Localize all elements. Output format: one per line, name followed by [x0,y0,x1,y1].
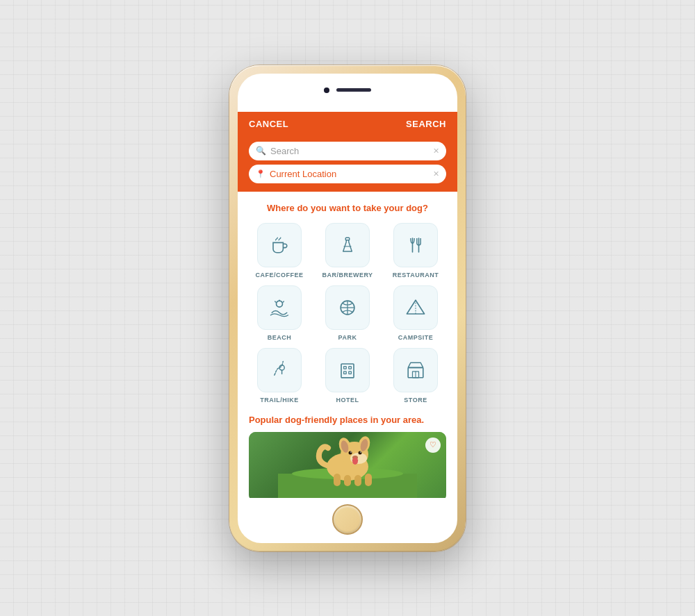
cafe-icon-box [257,223,302,267]
svg-point-32 [349,451,352,454]
home-button[interactable] [332,504,363,535]
phone-device: CANCEL SEARCH 🔍 Search ✕ 📍 Current Locat… [229,65,466,551]
cancel-button[interactable]: CANCEL [249,119,288,129]
cafe-icon [267,233,292,258]
hotel-label: HOTEL [336,397,359,403]
park-icon-box [325,285,370,330]
campsite-icon [403,295,428,320]
bar-icon-box [325,223,370,267]
svg-rect-13 [341,364,354,378]
svg-rect-0 [345,238,349,240]
svg-point-37 [352,458,358,465]
search-input-text: Search [270,146,429,156]
trail-label: TRAIL/HIKE [260,397,299,403]
restaurant-icon [403,233,428,258]
category-beach[interactable]: BEACH [249,285,310,341]
campsite-icon-box [393,285,438,330]
svg-rect-16 [344,371,347,374]
favorite-heart-button[interactable]: ♡ [425,438,441,453]
phone-top-hardware [324,88,371,93]
hotel-icon-box [325,348,370,392]
restaurant-icon-box [393,223,438,267]
category-restaurant[interactable]: RESTAURANT [385,223,446,278]
location-input-text: Current Location [270,169,429,179]
svg-rect-38 [334,474,341,486]
beach-icon [267,295,292,320]
location-clear-button[interactable]: ✕ [433,169,439,178]
phone-screen-container: CANCEL SEARCH 🔍 Search ✕ 📍 Current Locat… [238,74,457,543]
beach-label: BEACH [268,334,292,341]
popular-card-background [249,432,446,498]
speaker-bar [336,88,371,92]
app-header: CANCEL SEARCH [238,112,457,136]
category-trail-hike[interactable]: TRAIL/HIKE [249,348,310,403]
app-screen: CANCEL SEARCH 🔍 Search ✕ 📍 Current Locat… [238,112,457,498]
category-store[interactable]: STORE [385,348,446,403]
location-input-row[interactable]: 📍 Current Location ✕ [249,165,446,183]
svg-rect-40 [354,475,361,486]
svg-rect-17 [349,371,352,374]
camera-dot [324,88,329,93]
store-label: STORE [404,397,427,403]
beach-icon-box [257,285,302,330]
category-bar-brewery[interactable]: BAR/BREWERY [317,223,378,278]
svg-rect-14 [344,366,347,369]
svg-line-6 [275,301,276,302]
search-button[interactable]: SEARCH [406,119,446,129]
store-icon [403,358,428,383]
search-icon: 🔍 [256,146,266,156]
restaurant-label: RESTAURANT [393,272,439,278]
content-area: Where do you want to take your dog? [238,192,457,498]
svg-point-34 [350,451,352,453]
cafe-label: CAFE/COFFEE [255,272,303,278]
popular-section-title: Popular dog-friendly places in your area… [249,415,446,425]
svg-point-33 [359,451,362,454]
search-clear-button[interactable]: ✕ [433,147,439,156]
store-icon-box [393,348,438,392]
category-grid: CAFE/COFFEE BAR/BREWERY [249,223,446,403]
bar-label: BAR/BREWERY [322,272,373,278]
dog-illustration [278,432,417,498]
svg-rect-41 [365,474,372,486]
category-park[interactable]: PARK [317,285,378,341]
svg-rect-39 [344,475,351,486]
svg-rect-15 [349,366,352,369]
bar-icon [335,233,360,258]
trail-icon-box [257,348,302,392]
popular-card[interactable]: ♡ [249,432,446,498]
phone-frame: CANCEL SEARCH 🔍 Search ✕ 📍 Current Locat… [229,65,466,551]
svg-line-7 [283,301,284,302]
section-question: Where do you want to take your dog? [249,203,446,213]
search-input-row[interactable]: 🔍 Search ✕ [249,142,446,160]
category-cafe-coffee[interactable]: CAFE/COFFEE [249,223,310,278]
hotel-icon [335,358,360,383]
campsite-label: CAMPSITE [398,334,434,341]
trail-icon [267,358,292,383]
category-campsite[interactable]: CAMPSITE [385,285,446,341]
park-label: PARK [338,334,357,341]
svg-point-35 [360,451,361,453]
category-hotel[interactable]: HOTEL [317,348,378,403]
search-area: 🔍 Search ✕ 📍 Current Location ✕ [238,136,457,192]
park-icon [335,295,360,320]
location-pin-icon: 📍 [256,169,265,178]
svg-point-4 [277,301,283,307]
